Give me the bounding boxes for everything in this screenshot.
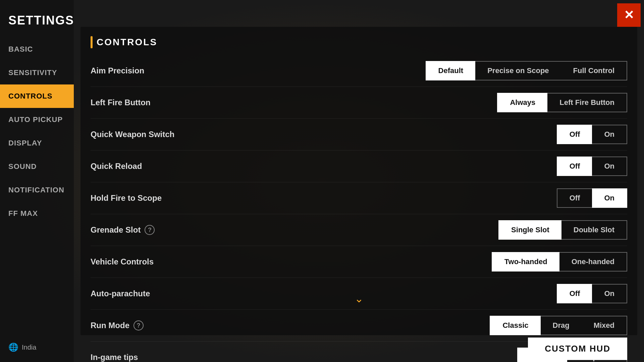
setting-row-vehicle_controls: Vehicle ControlsTwo-handedOne-handed: [91, 246, 627, 278]
bottom-bar: CUSTOM HUD: [80, 335, 637, 362]
btn-group-grenade_slot: Single SlotDouble Slot: [498, 220, 627, 240]
sidebar: SETTINGS BASIC SENSITIVITY CONTROLS AUTO…: [0, 0, 74, 362]
setting-label-hold_fire_to_scope: Hold Fire to Scope: [91, 193, 162, 203]
settings-list: Aim PrecisionDefaultPrecise on ScopeFull…: [80, 55, 637, 362]
app-title: SETTINGS: [0, 7, 74, 38]
setting-row-grenade_slot: Grenade Slot?Single SlotDouble Slot: [91, 214, 627, 246]
setting-label-run_mode: Run Mode?: [91, 320, 144, 330]
nav-sensitivity[interactable]: SENSITIVITY: [0, 61, 74, 84]
region-label: India: [22, 344, 36, 351]
btn-left_fire_button-always[interactable]: Always: [497, 93, 547, 112]
btn-group-run_mode: ClassicDragMixed: [490, 316, 627, 335]
nav-ff-max[interactable]: FF MAX: [0, 202, 74, 225]
btn-aim_precision-precise-on-scope[interactable]: Precise on Scope: [475, 61, 561, 80]
nav-controls[interactable]: CONTROLS: [0, 84, 74, 108]
setting-label-quick_weapon_switch: Quick Weapon Switch: [91, 130, 174, 139]
nav-display[interactable]: DISPLAY: [0, 131, 74, 155]
setting-label-aim_precision: Aim Precision: [91, 66, 144, 75]
nav-basic[interactable]: BASIC: [0, 38, 74, 61]
btn-left_fire_button-left-fire-button[interactable]: Left Fire Button: [547, 93, 627, 112]
btn-hold_fire_to_scope-on[interactable]: On: [592, 188, 627, 208]
setting-row-left_fire_button: Left Fire ButtonAlwaysLeft Fire Button: [91, 87, 627, 119]
btn-group-hold_fire_to_scope: OffOn: [557, 188, 627, 208]
section-header: CONTROLS: [80, 27, 637, 55]
btn-aim_precision-full-control[interactable]: Full Control: [561, 61, 627, 80]
close-button[interactable]: ✕: [617, 3, 641, 27]
btn-quick_reload-on[interactable]: On: [592, 157, 627, 176]
setting-row-hold_fire_to_scope: Hold Fire to ScopeOffOn: [91, 182, 627, 214]
setting-row-quick_weapon_switch: Quick Weapon SwitchOffOn: [91, 119, 627, 150]
scroll-down-arrow[interactable]: ⌄: [355, 292, 364, 305]
help-icon-grenade_slot[interactable]: ?: [145, 225, 155, 235]
btn-quick_weapon_switch-off[interactable]: Off: [557, 125, 592, 144]
help-icon-run_mode[interactable]: ?: [133, 320, 144, 330]
btn-run_mode-classic[interactable]: Classic: [490, 316, 540, 335]
nav-sound[interactable]: SOUND: [0, 155, 74, 178]
btn-grenade_slot-double-slot[interactable]: Double Slot: [561, 220, 627, 240]
btn-quick_weapon_switch-on[interactable]: On: [592, 125, 627, 144]
btn-group-quick_reload: OffOn: [557, 157, 627, 176]
sidebar-region: 🌐 India: [8, 343, 36, 352]
btn-group-aim_precision: DefaultPrecise on ScopeFull Control: [426, 61, 627, 80]
section-title: CONTROLS: [97, 37, 157, 48]
nav-auto-pickup[interactable]: AUTO PICKUP: [0, 108, 74, 131]
btn-auto_parachute-off[interactable]: Off: [557, 284, 592, 303]
custom-hud-button[interactable]: CUSTOM HUD: [528, 338, 627, 360]
btn-grenade_slot-single-slot[interactable]: Single Slot: [498, 220, 561, 240]
section-accent-bar: [91, 36, 93, 48]
setting-label-quick_reload: Quick Reload: [91, 162, 142, 171]
btn-run_mode-drag[interactable]: Drag: [541, 316, 582, 335]
setting-label-left_fire_button: Left Fire Button: [91, 98, 151, 107]
btn-group-quick_weapon_switch: OffOn: [557, 125, 627, 144]
globe-icon: 🌐: [8, 343, 18, 352]
close-icon: ✕: [624, 8, 634, 22]
btn-hold_fire_to_scope-off[interactable]: Off: [557, 188, 592, 208]
setting-label-grenade_slot: Grenade Slot?: [91, 225, 155, 235]
btn-group-auto_parachute: OffOn: [557, 284, 627, 303]
setting-row-aim_precision: Aim PrecisionDefaultPrecise on ScopeFull…: [91, 55, 627, 87]
btn-vehicle_controls-one-handed[interactable]: One-handed: [559, 252, 627, 272]
btn-vehicle_controls-two-handed[interactable]: Two-handed: [492, 252, 559, 272]
btn-auto_parachute-on[interactable]: On: [592, 284, 627, 303]
setting-label-auto_parachute: Auto-parachute: [91, 289, 150, 298]
btn-quick_reload-off[interactable]: Off: [557, 157, 592, 176]
setting-label-vehicle_controls: Vehicle Controls: [91, 257, 154, 266]
nav-notification[interactable]: NOTIFICATION: [0, 178, 74, 202]
btn-group-left_fire_button: AlwaysLeft Fire Button: [497, 93, 627, 112]
btn-run_mode-mixed[interactable]: Mixed: [582, 316, 627, 335]
btn-aim_precision-default[interactable]: Default: [426, 61, 476, 80]
setting-row-quick_reload: Quick ReloadOffOn: [91, 150, 627, 182]
main-panel: CONTROLS Aim PrecisionDefaultPrecise on …: [80, 27, 637, 335]
btn-group-vehicle_controls: Two-handedOne-handed: [492, 252, 627, 272]
